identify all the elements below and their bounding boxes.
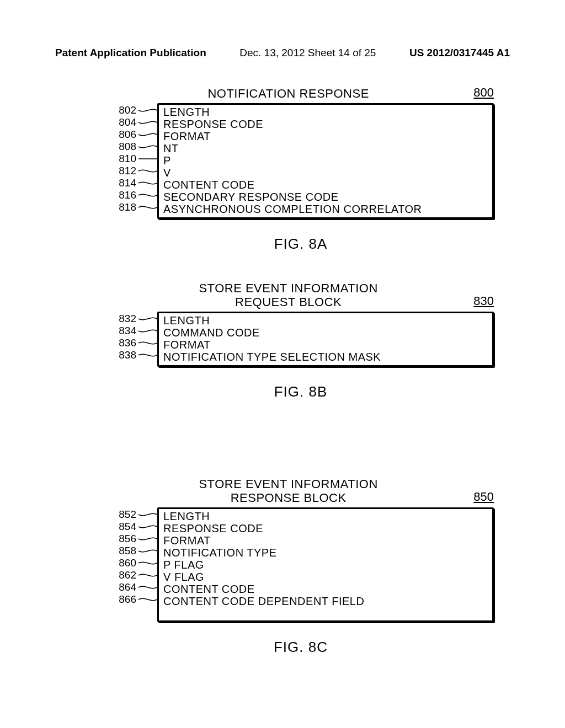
leader-line-icon [138, 107, 157, 114]
struct-field: SECONDARY RESPONSE CODE [163, 191, 488, 203]
ref-number-value: 832 [119, 313, 136, 325]
ref-number-value: 852 [119, 508, 136, 521]
ref-number: 854 [108, 521, 157, 533]
ref-number: 858 [108, 545, 157, 557]
struct-field: CONTENT CODE DEPENDENT FIELD [163, 595, 488, 607]
leader-line-icon [138, 328, 157, 334]
struct-field: V FLAG [163, 571, 488, 583]
ref-number-value: 806 [119, 129, 136, 141]
ref-number: 812 [108, 165, 157, 177]
ref-number: 832 [108, 313, 157, 325]
ref-number: 856 [108, 533, 157, 545]
figure-8b-refcol: 832834836838 [108, 312, 157, 367]
ref-number: 834 [108, 325, 157, 337]
page-header: Patent Application Publication Dec. 13, … [55, 47, 510, 59]
figure-8a-refcol: 802804806808810812814816818 [108, 103, 157, 219]
struct-field: NT [163, 142, 488, 154]
figure-8b-title-line2: REQUEST BLOCK [108, 295, 469, 309]
leader-line-icon [138, 572, 157, 579]
leader-line-icon [138, 143, 157, 150]
figure-8c: STORE EVENT INFORMATION RESPONSE BLOCK 8… [108, 477, 494, 656]
struct-field: LENGTH [163, 510, 488, 522]
leader-line-icon [138, 204, 157, 211]
header-right: US 2012/0317445 A1 [409, 47, 510, 59]
leader-line-icon [138, 596, 157, 603]
ref-number-value: 808 [119, 141, 136, 153]
ref-number-value: 802 [119, 104, 136, 116]
leader-line-icon [138, 315, 157, 322]
leader-line-icon [138, 340, 157, 346]
figure-8c-caption: FIG. 8C [108, 639, 494, 656]
struct-field: FORMAT [163, 339, 488, 351]
ref-number-value: 866 [119, 593, 136, 606]
ref-number: 808 [108, 141, 157, 153]
leader-line-icon [138, 584, 157, 591]
ref-number-value: 836 [119, 337, 136, 349]
ref-number-value: 862 [119, 569, 136, 581]
figure-8a-ref: 800 [473, 85, 494, 100]
struct-field: FORMAT [163, 534, 488, 547]
struct-field: RESPONSE CODE [163, 118, 488, 130]
ref-number: 860 [108, 557, 157, 569]
struct-field: FORMAT [163, 130, 488, 142]
leader-line-icon [138, 156, 157, 162]
leader-line-icon [138, 536, 157, 542]
ref-number-value: 854 [119, 521, 136, 533]
figure-8c-title: STORE EVENT INFORMATION RESPONSE BLOCK [108, 477, 469, 505]
ref-number: 804 [110, 116, 157, 129]
struct-field: COMMAND CODE [163, 326, 488, 339]
ref-number-value: 864 [119, 581, 136, 593]
ref-number: 810 [108, 153, 157, 165]
ref-number: 818 [108, 201, 157, 213]
ref-number: 838 [108, 349, 157, 361]
struct-field: LENGTH [163, 314, 488, 326]
figure-8b-title: STORE EVENT INFORMATION REQUEST BLOCK [108, 281, 469, 309]
ref-number: 852 [108, 508, 157, 521]
leader-line-icon [138, 131, 157, 138]
figure-8b-title-line1: STORE EVENT INFORMATION [108, 281, 469, 295]
ref-number: 836 [108, 337, 157, 349]
leader-line-icon [138, 352, 157, 358]
ref-number-value: 816 [119, 189, 136, 201]
figure-8a-title: NOTIFICATION RESPONSE [108, 87, 469, 101]
struct-field: RESPONSE CODE [163, 522, 488, 534]
ref-number-value: 812 [119, 165, 136, 177]
struct-field: P FLAG [163, 559, 488, 571]
struct-field: CONTENT CODE [163, 179, 488, 191]
figure-8c-title-line1: STORE EVENT INFORMATION [108, 477, 469, 491]
figure-8b-caption: FIG. 8B [108, 383, 494, 400]
leader-line-icon [138, 560, 157, 566]
ref-number-value: 818 [119, 201, 136, 213]
figure-8b-structbox: LENGTHCOMMAND CODEFORMATNOTIFICATION TYP… [157, 312, 494, 367]
figure-8c-refcol: 852854856858860862864866 [108, 507, 157, 622]
figure-8c-ref: 850 [473, 490, 494, 504]
struct-field: CONTENT CODE [163, 583, 488, 595]
leader-line-icon [138, 523, 157, 530]
struct-field: ASYNCHRONOUS COMPLETION CORRELATOR [163, 203, 488, 215]
struct-field: NOTIFICATION TYPE SELECTION MASK [163, 351, 488, 363]
struct-field: P [163, 154, 488, 167]
struct-field: NOTIFICATION TYPE [163, 547, 488, 559]
ref-number-value: 860 [119, 557, 136, 569]
struct-field: LENGTH [163, 106, 488, 118]
struct-field: V [163, 167, 488, 179]
figure-8a-caption: FIG. 8A [108, 235, 494, 253]
leader-line-icon [138, 119, 157, 126]
figure-8b-ref: 830 [473, 294, 494, 308]
figure-8c-structbox: LENGTHRESPONSE CODEFORMATNOTIFICATION TY… [157, 507, 494, 622]
ref-number-value: 838 [119, 349, 136, 361]
figure-8a-structbox: LENGTHRESPONSE CODEFORMATNTPVCONTENT COD… [157, 103, 494, 219]
ref-number: 802 [106, 104, 157, 116]
ref-number: 866 [108, 593, 157, 606]
header-mid: Dec. 13, 2012 Sheet 14 of 25 [239, 47, 376, 59]
ref-number-value: 858 [119, 545, 136, 557]
header-left: Patent Application Publication [55, 47, 206, 59]
leader-line-icon [138, 192, 157, 199]
ref-number-value: 856 [119, 533, 136, 545]
ref-number-value: 810 [119, 153, 136, 165]
ref-number-value: 834 [119, 325, 136, 337]
leader-line-icon [138, 548, 157, 554]
ref-number-value: 804 [119, 116, 136, 129]
figure-8b: STORE EVENT INFORMATION REQUEST BLOCK 83… [108, 281, 494, 400]
figure-8c-title-line2: RESPONSE BLOCK [108, 491, 469, 505]
